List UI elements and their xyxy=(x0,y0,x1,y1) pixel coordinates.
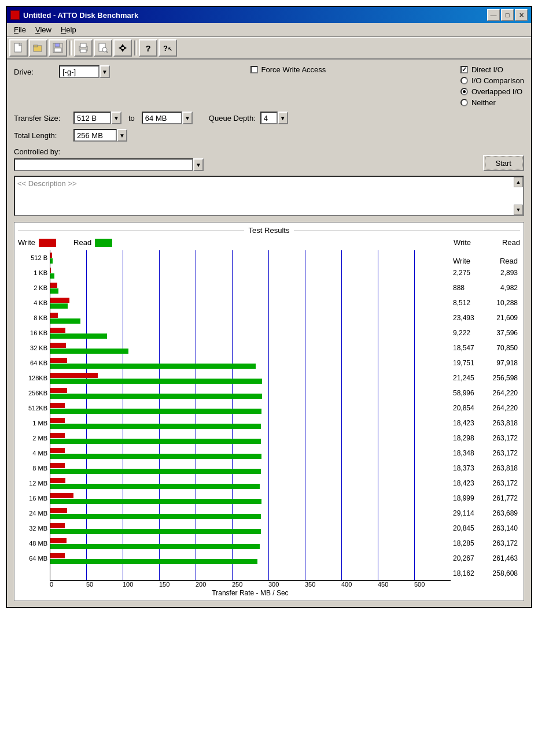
description-section: << Description >> ▲ ▼ xyxy=(14,176,524,216)
drive-dropdown-arrow[interactable]: ▼ xyxy=(100,65,110,78)
queue-depth-value: 4 xyxy=(260,112,278,124)
write-bar xyxy=(50,283,57,288)
help-button[interactable]: ? xyxy=(139,39,157,57)
write-value: 18,423 xyxy=(453,479,474,487)
minimize-button[interactable]: — xyxy=(487,9,500,21)
transfer-to-value: 64 MB xyxy=(142,112,182,124)
read-col-header: Read xyxy=(488,238,520,247)
chart-body xyxy=(50,250,451,581)
write-bar xyxy=(50,433,65,438)
chart-row-labels: 512 B1 KB2 KB4 KB8 KB16 KB32 KB64 KB128K… xyxy=(18,250,50,581)
scroll-down-button[interactable]: ▼ xyxy=(514,205,523,215)
menu-view[interactable]: View xyxy=(31,24,56,35)
read-bar xyxy=(50,409,261,414)
queue-depth-wrap[interactable]: 4 ▼ xyxy=(260,112,288,124)
context-help-button[interactable]: ?↖ xyxy=(159,39,177,57)
maximize-button[interactable]: □ xyxy=(501,9,514,21)
write-header: Write xyxy=(453,257,470,265)
read-bar xyxy=(50,454,261,459)
bar-row xyxy=(50,536,451,551)
io-comparison-label: I/O Comparison xyxy=(471,76,524,85)
value-row: 18,999261,772 xyxy=(451,491,520,506)
value-row: 8884,982 xyxy=(451,280,520,295)
x-axis-label: 50 xyxy=(86,581,123,588)
direct-io-checkbox[interactable]: ✓ xyxy=(460,66,468,73)
row-label: 32 MB xyxy=(18,521,50,536)
bar-row xyxy=(50,386,451,401)
value-row: 20,845263,140 xyxy=(451,521,520,536)
total-length-wrap[interactable]: 256 MB ▼ xyxy=(73,129,127,142)
bar-row xyxy=(50,461,451,476)
write-bar xyxy=(50,253,52,258)
read-value: 70,850 xyxy=(496,344,518,352)
transfer-from-arrow[interactable]: ▼ xyxy=(111,112,121,124)
queue-depth-arrow[interactable]: ▼ xyxy=(278,112,288,124)
svg-marker-16 xyxy=(124,46,127,50)
open-button[interactable] xyxy=(29,39,47,57)
write-bar xyxy=(50,478,65,483)
read-value: 263,172 xyxy=(493,479,518,487)
read-bar xyxy=(50,288,58,294)
bar-row xyxy=(50,355,451,370)
toolbar-sep-1 xyxy=(69,40,72,55)
write-bar xyxy=(50,358,67,363)
read-value: 261,463 xyxy=(493,554,518,562)
controlled-by-value[interactable] xyxy=(14,158,193,171)
bar-row xyxy=(50,310,451,325)
print-button[interactable] xyxy=(74,39,93,57)
write-value: 20,854 xyxy=(453,404,474,412)
close-button[interactable]: ✕ xyxy=(515,9,528,21)
neither-radio[interactable] xyxy=(460,99,468,106)
bar-row xyxy=(50,506,451,521)
transfer-to-arrow[interactable]: ▼ xyxy=(182,112,193,124)
read-value: 4,982 xyxy=(500,284,518,292)
to-label: to xyxy=(126,114,137,123)
value-row: 8,51210,288 xyxy=(451,295,520,310)
value-row: 19,75197,918 xyxy=(451,355,520,370)
menu-help[interactable]: Help xyxy=(56,24,81,35)
menu-file[interactable]: File xyxy=(9,24,31,35)
scroll-up-button[interactable]: ▲ xyxy=(514,177,523,187)
controlled-by-arrow[interactable]: ▼ xyxy=(193,158,204,171)
new-button[interactable] xyxy=(9,39,28,57)
overlapped-io-radio[interactable] xyxy=(460,88,468,95)
legend-row: Write Read Write Read xyxy=(18,238,520,247)
queue-depth-label: Queue Depth: xyxy=(209,114,256,123)
transfer-from-wrap[interactable]: 512 B ▼ xyxy=(73,112,121,124)
controlled-by-label: Controlled by: xyxy=(14,147,60,156)
write-value: 2,275 xyxy=(453,269,470,277)
row-label: 256KB xyxy=(18,386,50,401)
read-value: 256,598 xyxy=(493,374,518,382)
write-value: 888 xyxy=(453,284,465,292)
read-bar xyxy=(50,439,261,444)
row-label: 64 KB xyxy=(18,355,50,370)
io-comparison-radio[interactable] xyxy=(460,77,468,84)
drive-select-wrap[interactable]: [-g-] ▼ xyxy=(59,65,110,78)
move-button[interactable] xyxy=(113,39,132,57)
start-button[interactable]: Start xyxy=(483,155,524,171)
read-value: 263,818 xyxy=(493,464,518,472)
save-button[interactable] xyxy=(49,39,67,57)
total-length-value: 256 MB xyxy=(73,129,117,142)
svg-rect-3 xyxy=(34,45,38,47)
preview-button[interactable] xyxy=(94,39,112,57)
total-length-arrow[interactable]: ▼ xyxy=(117,129,127,142)
read-value: 97,918 xyxy=(496,359,518,367)
results-section: Test Results Write Read Write Read 512 B xyxy=(14,222,524,601)
write-bar xyxy=(50,403,65,408)
force-write-checkbox[interactable] xyxy=(250,66,258,73)
svg-line-12 xyxy=(106,51,108,53)
transfer-to-wrap[interactable]: 64 MB ▼ xyxy=(142,112,193,124)
row-label: 32 KB xyxy=(18,340,50,355)
bar-row xyxy=(50,431,451,446)
x-axis-label: 200 xyxy=(196,581,232,588)
row-label: 16 KB xyxy=(18,325,50,340)
x-axis-label: 400 xyxy=(341,581,378,588)
bar-row xyxy=(50,491,451,506)
read-value: 10,288 xyxy=(496,299,518,307)
bar-row xyxy=(50,446,451,461)
toolbar: ? ?↖ xyxy=(7,37,531,60)
bar-row xyxy=(50,265,451,280)
x-axis-label: 450 xyxy=(378,581,414,588)
read-header: Read xyxy=(500,257,518,265)
